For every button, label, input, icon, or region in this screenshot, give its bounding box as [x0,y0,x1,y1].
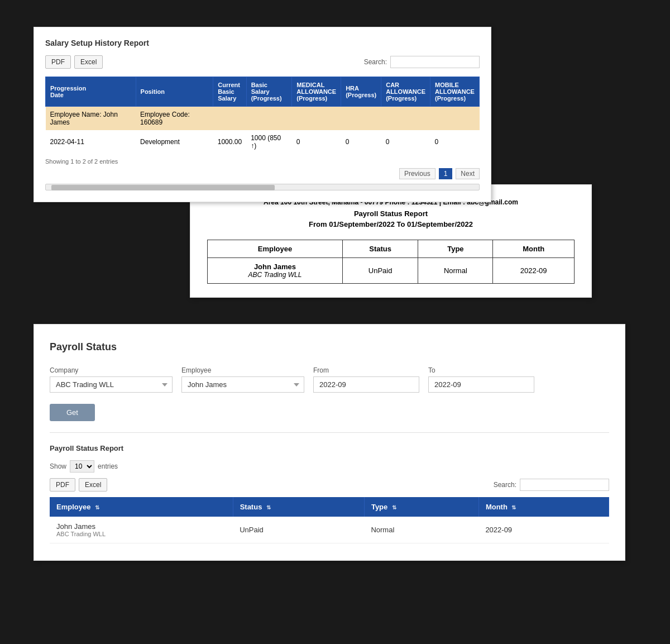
panel3-btn-row: PDF Excel Search: [50,478,609,492]
p3-col-type: Type ⇅ [364,497,478,517]
p3-type-cell: Normal [364,517,478,543]
panel1-table: ProgressionDate Position CurrentBasicSal… [45,77,480,154]
employee-code-cell: Employee Code: 160689 [136,107,213,131]
company-label: Company [50,366,173,374]
p3-col-status: Status ⇅ [233,497,364,517]
data-basic-progress: 1000 (850 ↑) [246,130,292,154]
panel3-excel-btn[interactable]: Excel [79,478,107,492]
panel3-search-input[interactable] [520,479,609,491]
data-car: 0 [381,130,430,154]
p2-data-row: John James ABC Trading WLL UnPaid Normal… [208,258,575,284]
employee-label: Employee [181,366,304,374]
from-input[interactable] [313,376,419,393]
p3-emp-company: ABC Trading WLL [56,531,226,537]
panel3-search-label: Search: [494,481,516,489]
p3-emp-name: John James [56,522,226,531]
get-btn[interactable]: Get [50,404,95,421]
employee-select[interactable]: John James [181,376,304,393]
panel1-search-label: Search: [364,58,387,66]
panel3-table: Employee ⇅ Status ⇅ Type ⇅ Month ⇅ John … [50,497,609,543]
entries-select[interactable]: 10 [70,460,94,473]
col-hra: HRA(Progress) [341,77,381,107]
scrollbar-thumb [51,185,275,190]
from-group: From [313,366,419,393]
p3-employee-cell: John James ABC Trading WLL [50,517,233,543]
data-current-basic: 1000.00 [213,130,246,154]
panel3-pdf-btn[interactable]: PDF [50,478,75,492]
panel1-pagination: Previous 1 Next [45,168,480,179]
panel1-excel-btn[interactable]: Excel [74,55,103,69]
sort-status-icon: ⇅ [266,504,271,511]
show-label: Show [50,462,66,470]
data-hra: 0 [341,130,381,154]
p2-status-cell: UnPaid [342,258,418,284]
p2-col-status: Status [342,240,418,258]
p2-emp-company: ABC Trading WLL [214,271,336,279]
data-date: 2022-04-11 [46,130,136,154]
p3-data-row: John James ABC Trading WLL UnPaid Normal… [50,517,609,543]
col-mobile: MOBILEALLOWANCE(Progress) [430,77,480,107]
next-page-btn[interactable]: Next [456,168,480,179]
p2-col-month: Month [493,240,575,258]
employee-name-cell: Employee Name: John James [46,107,136,131]
panel1-scrollbar[interactable] [45,184,480,190]
form-row-1: Company ABC Trading WLL Employee John Ja… [50,366,609,393]
company-select[interactable]: ABC Trading WLL [50,376,173,393]
p2-col-type: Type [418,240,493,258]
from-label: From [313,366,419,374]
panel2-table: Employee Status Type Month John James AB… [207,240,575,284]
p2-type-cell: Normal [418,258,493,284]
panel3-sub-title: Payroll Status Report [50,444,609,452]
p2-emp-name: John James [214,263,336,271]
page-1-btn[interactable]: 1 [439,168,453,179]
print-date-range: From 01/September/2022 To 01/September/2… [207,220,575,228]
p2-employee-cell: John James ABC Trading WLL [208,258,343,284]
sort-employee-icon: ⇅ [95,504,99,511]
employee-group: Employee John James [181,366,304,393]
panel1-employee-row: Employee Name: John James Employee Code:… [46,107,480,131]
col-medical: MEDICALALLOWANCE(Progress) [292,77,341,107]
p3-month-cell: 2022-09 [478,517,609,543]
data-mobile: 0 [430,130,480,154]
panel1-showing-text: Showing 1 to 2 of 2 entries [45,158,480,165]
panel-salary-history: Salary Setup History Report PDF Excel Se… [34,27,491,202]
p2-month-cell: 2022-09 [493,258,575,284]
data-position: Development [136,130,213,154]
prev-page-btn[interactable]: Previous [399,168,436,179]
col-basic-progress: Basic Salary(Progress) [246,77,292,107]
company-group: Company ABC Trading WLL [50,366,173,393]
panel1-data-row: 2022-04-11 Development 1000.00 1000 (850… [46,130,480,154]
sort-month-icon: ⇅ [511,504,516,511]
entries-label: entries [98,462,118,470]
panel1-btn-row: PDF Excel Search: [45,55,480,69]
p2-col-employee: Employee [208,240,343,258]
p3-status-cell: UnPaid [233,517,364,543]
panel1-search-input[interactable] [390,56,480,68]
col-current-basic: CurrentBasicSalary [213,77,246,107]
to-label: To [428,366,534,374]
to-input[interactable] [428,376,534,393]
panel1-pdf-btn[interactable]: PDF [45,55,71,69]
p3-col-employee: Employee ⇅ [50,497,233,517]
data-medical: 0 [292,130,341,154]
panel-payroll-status: Payroll Status Company ABC Trading WLL E… [34,324,625,561]
col-progression-date: ProgressionDate [46,77,136,107]
show-entries-row: Show 10 entries [50,460,609,473]
panel1-title: Salary Setup History Report [45,39,480,47]
panel3-search-area: Search: [494,479,609,491]
panel1-search-area: Search: [364,56,480,68]
sort-type-icon: ⇅ [392,504,396,511]
panel3-title: Payroll Status [50,341,609,353]
col-position: Position [136,77,213,107]
col-car: CARALLOWANCE(Progress) [381,77,430,107]
divider-1 [50,432,609,433]
p3-col-month: Month ⇅ [478,497,609,517]
to-group: To [428,366,534,393]
print-report-title: Payroll Status Report [207,209,575,218]
